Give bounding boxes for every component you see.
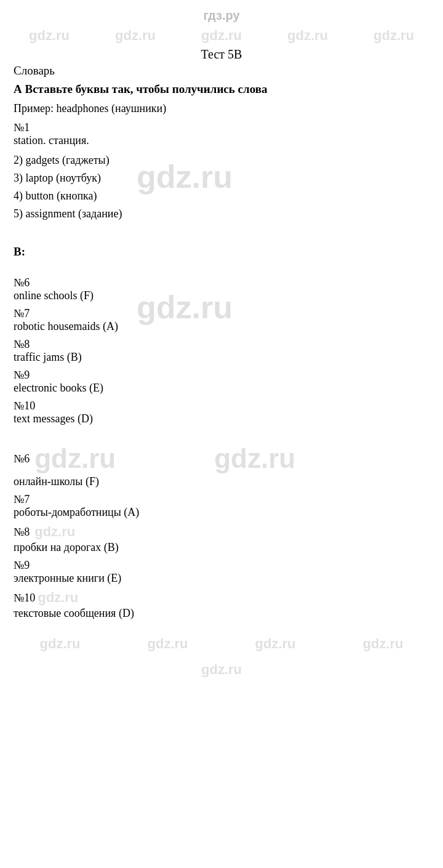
primer-word: headphones	[57, 102, 109, 115]
item-1-num: №1	[14, 121, 429, 134]
watermark-small-2: gdz.ru	[38, 590, 78, 606]
bottom-center-wm-text: gdz.ru	[201, 662, 242, 677]
b-item-10-text: text messages (D)	[14, 412, 429, 425]
wm3: gdz.ru	[201, 28, 242, 44]
site-title: гдз.ру	[203, 5, 239, 24]
bottom-watermark-row: gdz.ru gdz.ru gdz.ru gdz.ru	[0, 631, 443, 657]
wm1: gdz.ru	[29, 28, 70, 44]
site-header: гдз.ру	[0, 0, 443, 25]
test-title: Тест 5B	[0, 47, 443, 62]
b-ru-item-7-num: №7	[14, 493, 429, 506]
item-5: 5) assignment (задание)	[14, 206, 429, 222]
primer-row: Пример: headphones (наушники)	[14, 102, 429, 115]
item-4: 4) button (кнопка)	[14, 188, 429, 204]
b-item-7-num: №7	[14, 307, 429, 320]
item-2: 2) gadgets (гаджеты)	[14, 152, 429, 169]
b-ru-item-7-text: роботы-домработницы (A)	[14, 506, 429, 519]
b-ru-item-6-text: онлайн-школы (F)	[14, 475, 429, 488]
b-item-9-num: №9	[14, 369, 429, 382]
section-b-title: B:	[14, 245, 429, 259]
watermark-large-3: gdz.ru	[34, 443, 116, 474]
bottom-wm-1: gdz.ru	[40, 636, 81, 652]
b-ru-item-10-num: №10	[14, 592, 35, 605]
b-ru-item-8-text: пробки на дорогах (B)	[14, 541, 429, 554]
bottom-wm-4: gdz.ru	[363, 636, 404, 652]
item-1-text: station. станция.	[14, 134, 429, 147]
wm5: gdz.ru	[373, 28, 414, 44]
watermark-large-4: gdz.ru	[214, 443, 295, 474]
main-content: Словарь А Вставьте буквы так, чтобы полу…	[0, 64, 443, 620]
item-3: 3) laptop (ноутбук)	[14, 170, 429, 187]
b-ru-item-9-text: электронные книги (E)	[14, 572, 429, 585]
b-item-6-num: №6	[14, 276, 429, 289]
slovar-label: Словарь	[14, 64, 429, 78]
bottom-center-wm: gdz.ru	[0, 657, 443, 688]
b-ru-item-9-num: №9	[14, 559, 429, 572]
bottom-wm-2: gdz.ru	[148, 636, 188, 652]
b-item-7-text: robotic housemaids (A)	[14, 320, 429, 333]
wm2: gdz.ru	[115, 28, 156, 44]
primer-translation: (наушники)	[111, 102, 166, 115]
b-item-6-text: online schools (F)	[14, 289, 429, 302]
primer-label: Пример:	[14, 102, 54, 115]
header-watermark-row: gdz.ru gdz.ru gdz.ru gdz.ru gdz.ru	[0, 25, 443, 46]
section-a-title: А Вставьте буквы так, чтобы получились с…	[14, 82, 429, 96]
b-item-8-text: traffic jams (B)	[14, 351, 429, 364]
wm4: gdz.ru	[287, 28, 328, 44]
b-ru-item-6-num: №6	[14, 452, 30, 465]
b-item-9-text: electronic books (E)	[14, 382, 429, 395]
b-item-10-num: №10	[14, 400, 429, 412]
b-item-8-num: №8	[14, 338, 429, 351]
watermark-small-1: gdz.ru	[34, 524, 75, 540]
b-ru-item-8-num: №8	[14, 526, 30, 539]
b-ru-item-10-text: текстовые сообщения (D)	[14, 607, 429, 620]
bottom-wm-3: gdz.ru	[255, 636, 296, 652]
